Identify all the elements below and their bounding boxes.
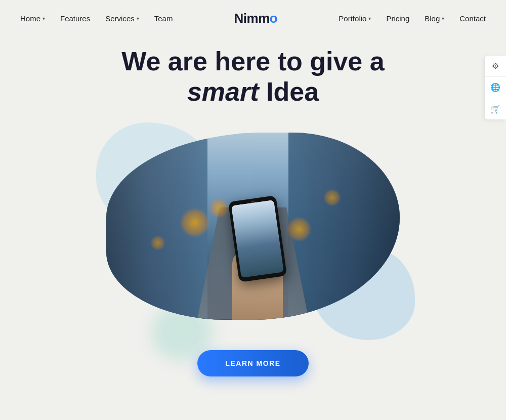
- hero-blob-image: [106, 133, 400, 320]
- phone-hand: [212, 188, 303, 320]
- settings-icon[interactable]: ⚙: [485, 56, 506, 77]
- sidebar-icons: ⚙ 🌐 🛒: [485, 56, 506, 119]
- nav-item-services[interactable]: Services ▾: [105, 14, 139, 23]
- nav-item-team[interactable]: Team: [154, 14, 173, 23]
- navbar: Home ▾ Features Services ▾ Team Nimmo Po…: [0, 0, 506, 36]
- bokeh-light-4: [323, 189, 341, 206]
- globe-icon[interactable]: 🌐: [485, 77, 506, 98]
- phone-screen-content: [231, 199, 284, 277]
- hero-title: We are here to give a smart Idea: [121, 47, 384, 107]
- nav-item-home[interactable]: Home ▾: [20, 14, 45, 23]
- nav-item-features[interactable]: Features: [60, 14, 90, 23]
- phone-screen: [231, 199, 284, 277]
- chevron-down-icon: ▾: [442, 16, 444, 21]
- chevron-down-icon: ▾: [368, 16, 371, 21]
- nav-right: Portfolio ▾ Pricing Blog ▾ Contact: [339, 14, 486, 23]
- chevron-down-icon: ▾: [137, 16, 139, 21]
- nav-left: Home ▾ Features Services ▾ Team: [20, 14, 173, 23]
- learn-more-button[interactable]: LEARN MORE: [197, 350, 308, 376]
- cart-icon[interactable]: 🛒: [485, 98, 506, 119]
- logo[interactable]: Nimmo: [234, 11, 278, 26]
- bokeh-light-5: [150, 235, 165, 250]
- chevron-down-icon: ▾: [43, 16, 45, 21]
- bokeh-light-1: [180, 207, 210, 238]
- nav-item-contact[interactable]: Contact: [459, 14, 486, 23]
- nav-item-blog[interactable]: Blog ▾: [425, 14, 444, 23]
- nav-item-pricing[interactable]: Pricing: [386, 14, 409, 23]
- hero-section: We are here to give a smart Idea: [0, 36, 506, 376]
- logo-dot: o: [270, 11, 277, 26]
- nav-item-portfolio[interactable]: Portfolio ▾: [339, 14, 371, 23]
- hero-image-container: [86, 117, 420, 335]
